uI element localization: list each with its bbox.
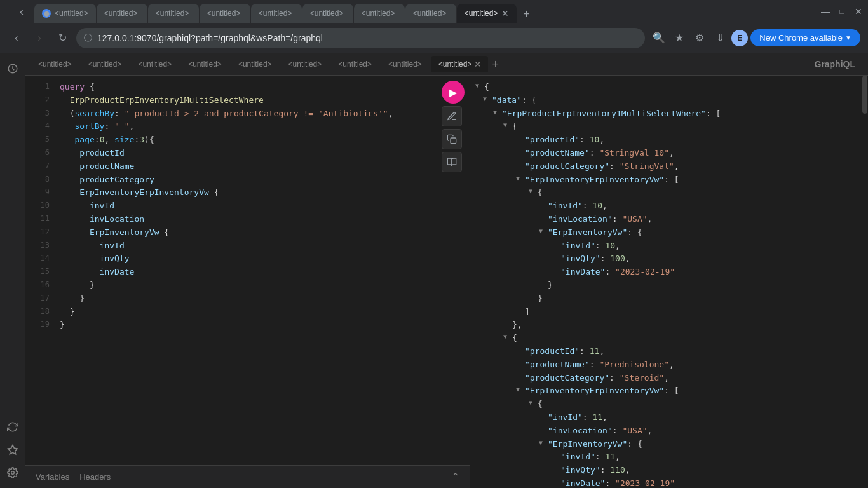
editor-line-15: 15 invDate	[25, 266, 470, 279]
plugin-icon[interactable]	[3, 440, 23, 460]
result-productname-11: "productName": "Prednisolone",	[470, 358, 868, 372]
maximize-button[interactable]: □	[837, 7, 846, 16]
back-nav-button[interactable]: ‹	[8, 29, 25, 47]
gql-tab-1[interactable]: <untitled>	[31, 56, 79, 72]
new-chrome-button[interactable]: New Chrome available ▼	[750, 29, 860, 46]
forward-nav-button[interactable]: ›	[31, 29, 48, 47]
settings-icon[interactable]	[3, 463, 23, 483]
result-productid-11: "productId": 11,	[470, 345, 868, 358]
result-erpinvvw-invdate: "invDate": "2023-02-19"	[470, 266, 868, 279]
gql-tab-3[interactable]: <untitled>	[130, 56, 179, 72]
lock-icon: ⓘ	[84, 32, 92, 44]
expand-icon[interactable]: ⌃	[451, 471, 459, 483]
reload-icon[interactable]	[3, 417, 23, 437]
editor-line-6: 6 productId	[25, 147, 470, 160]
variables-tab[interactable]: Variables	[36, 470, 69, 484]
result-invid-11: "invId": 11,	[470, 411, 868, 424]
gql-tab-add-button[interactable]: +	[489, 58, 501, 71]
editor-line-14: 14 invQty	[25, 252, 470, 266]
app-container: <untitled> <untitled> <untitled> <untitl…	[0, 53, 868, 488]
tab-1[interactable]: ⬤ <untitled>	[34, 4, 96, 23]
customize-button[interactable]: ⚙	[691, 29, 709, 47]
tab-6[interactable]: <untitled>	[302, 4, 353, 23]
prettify-button[interactable]	[442, 106, 462, 126]
editor-line-13: 13 invId	[25, 240, 470, 253]
title-bar: ‹ ⬤ <untitled> <untitled> <untitled> <un…	[0, 0, 868, 23]
copy-button[interactable]	[442, 129, 462, 149]
new-tab-button[interactable]: +	[517, 5, 535, 23]
tab-9-active[interactable]: <untitled> ✕	[457, 4, 517, 23]
editor-line-5: 5 page:0, size:3){	[25, 133, 470, 147]
scrollbar-thumb[interactable]	[862, 76, 867, 114]
result-erpinvvw-invqty: "invQty": 100,	[470, 252, 868, 266]
graphiql-tabs: <untitled> <untitled> <untitled> <untitl…	[25, 53, 868, 76]
gql-tab-4[interactable]: <untitled>	[180, 56, 229, 72]
minimize-button[interactable]: ―	[821, 7, 830, 16]
gql-tab-close-icon[interactable]: ✕	[474, 59, 482, 69]
editor-panel: 1 query { 2 ErpProductErpInventory1Multi…	[25, 76, 470, 488]
scrollbar-track[interactable]	[862, 76, 868, 488]
tab-2[interactable]: <untitled>	[97, 4, 147, 23]
execute-query-button[interactable]: ▶	[442, 81, 465, 104]
result-inv-item1-close: }	[470, 292, 868, 306]
url-text: 127.0.0.1:9070/graphiql?path=/graphql&ws…	[97, 33, 637, 43]
editor-toolbar: ▶	[442, 81, 465, 172]
tab-label-9: <untitled>	[465, 9, 498, 18]
result-erpinvvw-11-open: ▼ "ErpInventoryVw": {	[470, 438, 868, 451]
download-button[interactable]: ⇓	[711, 29, 729, 47]
tab-label-4: <untitled>	[207, 9, 241, 18]
editor-line-3: 3 (searchBy: " productId > 2 and product…	[25, 107, 470, 121]
graphiql-brand-label: GraphiQL	[814, 59, 863, 69]
bookmark-button[interactable]: ★	[670, 29, 688, 47]
result-inv-vw-array: ▼ "ErpInventoryErpInventoryVw": [	[470, 173, 868, 187]
tab-3[interactable]: <untitled>	[148, 4, 199, 23]
gql-tab-7[interactable]: <untitled>	[330, 56, 379, 72]
graphiql-wrapper: <untitled> <untitled> <untitled> <untitl…	[25, 53, 868, 488]
reload-button[interactable]: ↻	[53, 29, 71, 47]
tab-5[interactable]: <untitled>	[251, 4, 302, 23]
result-panel: ▼ { ▼ "data": { ▼ "ErpProductErpInventor…	[470, 76, 868, 488]
result-invid-10: "invId": 10,	[470, 200, 868, 213]
result-inv-vw-array-11: ▼ "ErpInventoryErpInventoryVw": [	[470, 384, 868, 398]
editor-content[interactable]: 1 query { 2 ErpProductErpInventory1Multi…	[25, 76, 470, 465]
tab-8[interactable]: <untitled>	[405, 4, 456, 23]
gql-tab-2[interactable]: <untitled>	[81, 56, 130, 72]
back-button[interactable]: ‹	[13, 3, 31, 20]
profile-button[interactable]: E	[731, 30, 748, 46]
sidebar-icons	[0, 53, 25, 488]
tab-favicon-1: ⬤	[42, 9, 51, 18]
variables-bar: Variables Headers ⌃	[25, 465, 470, 488]
tab-7[interactable]: <untitled>	[354, 4, 405, 23]
result-content: ▼ { ▼ "data": { ▼ "ErpProductErpInventor…	[470, 76, 868, 488]
result-inv-item1-open: ▼ {	[470, 186, 868, 200]
toolbar-icons: 🔍 ★ ⚙ ⇓ E New Chrome available ▼	[650, 29, 860, 47]
editor-line-1: 1 query {	[25, 81, 470, 94]
gql-tab-5[interactable]: <untitled>	[231, 56, 280, 72]
editor-line-19: 19 }	[25, 318, 470, 332]
svg-rect-2	[451, 138, 456, 144]
tab-label-7: <untitled>	[362, 9, 395, 18]
gql-tab-9-active[interactable]: <untitled> ✕	[431, 56, 489, 72]
tab-4[interactable]: <untitled>	[200, 4, 250, 23]
close-button[interactable]: ✕	[854, 7, 863, 16]
docs-button[interactable]	[442, 152, 462, 172]
editor-line-10: 10 invId	[25, 200, 470, 213]
editor-line-17: 17 }	[25, 292, 470, 306]
search-button[interactable]: 🔍	[650, 29, 668, 47]
result-productcat-10: "productCategory": "StringVal",	[470, 160, 868, 173]
chevron-down-icon: ▼	[845, 34, 851, 41]
history-icon[interactable]	[3, 58, 23, 79]
result-item2-open: ▼ {	[470, 332, 868, 345]
editor-line-2: 2 ErpProductErpInventory1MultiSelectWher…	[25, 94, 470, 107]
url-box[interactable]: ⓘ 127.0.0.1:9070/graphiql?path=/graphql&…	[76, 28, 645, 48]
result-invlocation-11: "invLocation": "USA",	[470, 424, 868, 438]
headers-tab[interactable]: Headers	[79, 470, 111, 484]
result-erpinvvw-11-invdate: "invDate": "2023-02-19"	[470, 477, 868, 488]
result-productid-10: "productId": 10,	[470, 133, 868, 147]
editor-line-18: 18 }	[25, 306, 470, 319]
editor-line-16: 16 }	[25, 279, 470, 292]
gql-tab-6[interactable]: <untitled>	[281, 56, 330, 72]
result-erpinvvw-close: }	[470, 279, 868, 292]
tab-close-icon[interactable]: ✕	[501, 8, 509, 18]
gql-tab-8[interactable]: <untitled>	[381, 56, 430, 72]
